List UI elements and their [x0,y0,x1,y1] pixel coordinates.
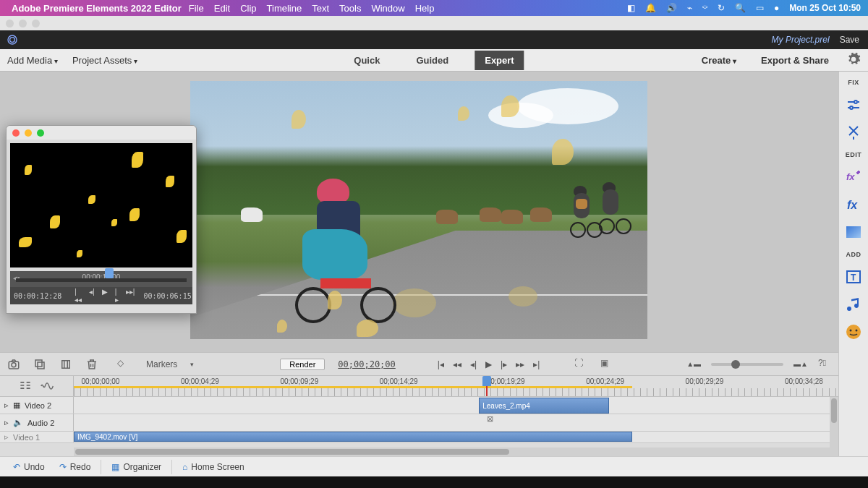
track-speaker-icon[interactable]: 🔈 [13,418,23,427]
tl-copy-icon[interactable] [33,358,46,371]
menu-datetime[interactable]: Mon 25 Oct 10:50 [789,3,861,13]
tab-expert[interactable]: Expert [475,51,524,70]
redo-button[interactable]: ↷Redo [55,462,95,472]
status-notification-icon[interactable]: 🔔 [645,3,656,13]
source-controls: 00:00:12:28 |◂◂ ◂| ▶ |▸ ▸▸| 00:00:06:15 [10,287,192,304]
tp-play-icon[interactable]: ▶ [485,359,492,369]
status-controlcenter-icon[interactable]: ◧ [627,3,635,13]
clip-leaves[interactable]: Leaves_2.mp4 [479,398,609,414]
timeline-current-tc[interactable]: 00;00;20;00 [338,359,395,369]
svg-point-10 [850,330,852,332]
traffic-light-max[interactable] [32,20,40,27]
source-monitor-window[interactable]: ◂▪ 00:00:10:00 00:00:12:28 |◂◂ ◂| ▶ |▸ ▸… [6,125,197,314]
src-step-fwd-icon[interactable]: |▸ [115,288,119,304]
rail-fx-icon[interactable]: fx [845,196,862,213]
tl-markers-label[interactable]: Markers [146,359,177,369]
header-lanes-icon[interactable] [18,378,34,394]
zoom-slider[interactable] [711,363,783,366]
save-button[interactable]: Save [840,35,859,45]
src-play-icon[interactable]: ▶ [102,288,108,304]
source-scrubber[interactable] [105,268,114,278]
timeline-ruler[interactable]: 00;00;00;00 00;00;04;29 00;00;09;29 00;0… [74,376,838,396]
zoom-in-icon[interactable]: ▬▲ [793,360,808,368]
program-monitor[interactable] [190,81,647,339]
tp-safe-margins-icon[interactable]: ▣ [600,358,613,371]
tl-trash-icon[interactable] [85,358,98,371]
rail-music-icon[interactable] [845,296,862,313]
tp-ffwd-icon[interactable]: ▸▸ [516,359,524,369]
status-sync-icon[interactable]: ↻ [718,3,725,13]
organizer-button[interactable]: ▦Organizer [107,462,166,472]
menu-file[interactable]: File [189,3,204,14]
rail-transitions-icon[interactable] [845,223,862,241]
track-expand-icon[interactable]: ▹ [4,432,9,442]
track-expand-icon[interactable]: ▹ [4,401,9,410]
menu-clip[interactable]: Clip [240,3,256,14]
menu-tools[interactable]: Tools [339,3,361,14]
track-filmstrip-icon[interactable]: ▦ [13,401,20,410]
tl-snapshot-icon[interactable] [7,358,20,371]
menu-window[interactable]: Window [371,3,404,14]
src-traffic-min[interactable] [25,129,32,137]
traffic-light-min[interactable] [19,20,27,27]
tab-quick[interactable]: Quick [344,51,390,70]
status-display-icon[interactable]: ▭ [756,3,764,13]
status-user-icon[interactable]: ● [774,3,779,13]
app-name[interactable]: Adobe Premiere Elements 2022 Editor [12,3,182,14]
src-traffic-max[interactable] [37,129,44,137]
gear-icon[interactable] [846,52,862,68]
menu-help[interactable]: Help [415,3,435,14]
header-waveform-icon[interactable] [40,378,56,394]
tl-marker-icon[interactable]: ◇ [117,358,130,371]
track-expand-icon[interactable]: ▹ [4,418,9,427]
tp-fullscreen-icon[interactable]: ⛶ [574,358,587,371]
menu-edit[interactable]: Edit [214,3,230,14]
render-button[interactable]: Render [280,359,325,370]
app-logo-icon[interactable] [4,32,20,48]
src-traffic-close[interactable] [12,129,20,137]
rail-graphics-icon[interactable] [845,323,862,341]
tl-help-icon[interactable]: ?⃝ [818,358,831,371]
src-step-back-icon[interactable]: ◂| [89,288,95,304]
clip-label: Leaves_2.mp4 [482,402,530,410]
undo-button[interactable]: ↶Undo [9,462,49,472]
rail-adjust-icon[interactable] [845,96,862,114]
add-media-button[interactable]: Add Media [0,55,65,66]
tp-goto-start-icon[interactable]: |◂ [438,359,444,369]
rail-fx-stack-icon[interactable]: fx [845,168,862,186]
menu-timeline[interactable]: Timeline [267,3,302,14]
status-bluetooth-icon[interactable]: ⌁ [687,3,692,13]
create-button[interactable]: Create [694,55,744,66]
status-volume-icon[interactable]: 🔊 [666,3,677,13]
clip-img9402[interactable]: IMG_9402.mov [V] [74,432,632,442]
home-button[interactable]: ⌂Home Screen [178,462,249,472]
timeline-scrollbar-h[interactable] [74,448,838,456]
status-wifi-icon[interactable]: ⌔ [702,3,707,13]
svg-point-2 [854,100,857,103]
menu-text[interactable]: Text [312,3,329,14]
rail-titles-icon[interactable]: T [845,268,862,286]
project-assets-button[interactable]: Project Assets [65,55,145,66]
export-share-button[interactable]: Export & Share [754,55,836,66]
tl-markers-caret-icon[interactable]: ▾ [190,361,194,368]
svg-rect-15 [38,362,44,369]
status-search-icon[interactable]: 🔍 [735,3,746,13]
tp-rewind-icon[interactable]: ◂◂ [453,359,461,369]
tl-ripple-icon[interactable] [59,358,72,371]
svg-text:fx: fx [847,199,858,211]
tp-step-fwd-icon[interactable]: |▸ [501,359,507,369]
tp-step-back-icon[interactable]: ◂| [470,359,477,369]
traffic-light-close[interactable] [6,20,14,27]
tp-goto-end-icon[interactable]: ▸| [533,359,540,369]
timeline-ruler-head [0,376,74,396]
source-preview[interactable] [10,143,192,267]
src-goto-start-icon[interactable]: |◂◂ [75,288,82,304]
zoom-out-icon[interactable]: ▲▬ [686,360,701,368]
timeline-ruler-row: 00;00;00;00 00;00;04;29 00;00;09;29 00;0… [0,375,838,397]
timeline-playhead[interactable] [482,376,491,386]
tab-guided[interactable]: Guided [406,51,459,70]
source-timebar[interactable]: ◂▪ 00:00:10:00 [10,271,192,287]
src-goto-end-icon[interactable]: ▸▸| [126,288,135,304]
rail-tools-icon[interactable] [845,124,862,141]
timeline-scrollbar-v[interactable] [830,397,838,448]
